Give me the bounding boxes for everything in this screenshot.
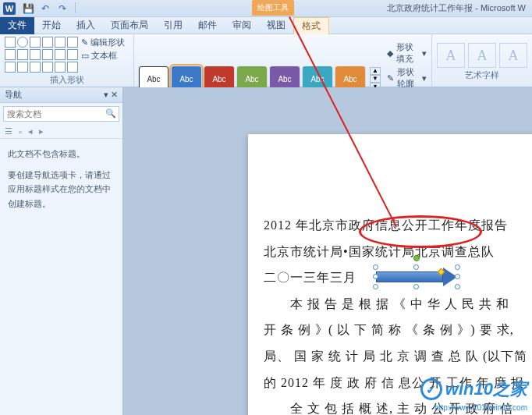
ribbon-group-shape-styles: Abc Abc Abc Abc Abc Abc Abc ▲ ▼ ▾ ◆形状填充▾…: [134, 34, 432, 87]
group-label-insert-shapes: 插入形状: [5, 73, 129, 86]
nav-pane-close-icon[interactable]: ▾ ✕: [104, 90, 118, 100]
wordart-swatch-3[interactable]: A: [499, 43, 527, 68]
wordart-gallery[interactable]: A A A: [437, 37, 527, 68]
search-input[interactable]: [3, 106, 119, 122]
nav-tab-headings-icon[interactable]: ☰: [5, 126, 12, 137]
tab-home[interactable]: 开始: [34, 17, 69, 34]
edit-shape-button[interactable]: ✎编辑形状: [81, 37, 125, 48]
doc-line: 局、 国 家 统 计 局 北 京 调 查 总 队 (以下简: [264, 343, 532, 370]
ribbon-group-wordart-styles: A A A 艺术字样: [432, 34, 532, 87]
tab-insert[interactable]: 插入: [69, 17, 103, 34]
document-area[interactable]: 2012 年北京市政府信息公开工作年度报告 北京市统计局•国家统计局北京调查总队…: [123, 87, 532, 415]
tab-page-layout[interactable]: 页面布局: [103, 17, 156, 34]
nav-tab-pages-icon[interactable]: ▫: [19, 127, 22, 137]
dropdown-icon: ▾: [422, 48, 427, 59]
tab-mailings[interactable]: 邮件: [190, 17, 225, 34]
wordart-swatch-2[interactable]: A: [468, 43, 496, 68]
shape-fill-button[interactable]: ◆形状填充▾: [387, 41, 427, 65]
nav-prev-icon[interactable]: ◂: [28, 126, 33, 137]
tab-file[interactable]: 文件: [0, 17, 34, 34]
undo-button[interactable]: ↶: [39, 2, 51, 15]
nav-pane-header: 导航 ▾ ✕: [0, 87, 122, 103]
doc-line: 开 条 例 》( 以 下 简 称 《 条 例 》) 要 求,: [264, 317, 532, 343]
nav-pane-title: 导航: [5, 89, 22, 101]
text-box-icon: ▭: [81, 51, 89, 61]
contextual-tab-drawing-tools: 绘图工具: [252, 0, 294, 16]
ribbon-tabs: 文件 开始 插入 页面布局 引用 邮件 审阅 视图 格式: [0, 17, 532, 34]
resize-handle-br[interactable]: [455, 284, 460, 289]
resize-handle-bl[interactable]: [373, 284, 378, 289]
resize-handle-mb[interactable]: [413, 284, 419, 289]
group-label-wordart: 艺术字样: [437, 68, 527, 81]
nav-empty-body: 要创建导航选项卡，请通过应用标题样式在您的文档中创建标题。: [8, 168, 115, 211]
gallery-scroll-down[interactable]: ▼: [370, 75, 381, 83]
nav-search: 🔍: [3, 106, 119, 122]
watermark-logo-icon: ✓: [420, 378, 442, 400]
document-page[interactable]: 2012 年北京市政府信息公开工作年度报告 北京市统计局•国家统计局北京调查总队…: [248, 134, 532, 415]
doc-line: 北京市统计局•国家统计局北京调查总队: [264, 239, 532, 265]
edit-shape-icon: ✎: [81, 37, 88, 48]
redo-button[interactable]: ↷: [56, 2, 69, 15]
nav-empty-message: 此文档不包含标题。 要创建导航选项卡，请通过应用标题样式在您的文档中创建标题。: [0, 139, 122, 219]
resize-handle-tl[interactable]: [373, 264, 378, 270]
arrow-body: [376, 271, 443, 282]
ribbon-group-insert-shapes: ✎编辑形状 ▭文本框 插入形状: [0, 34, 134, 87]
word-app-icon: W: [3, 2, 16, 15]
gallery-scroll-up[interactable]: ▲: [370, 67, 381, 75]
shapes-gallery[interactable]: [5, 37, 78, 73]
outline-icon: ✎: [387, 73, 394, 83]
save-button[interactable]: 💾: [22, 2, 34, 15]
resize-handle-mr[interactable]: [455, 274, 460, 279]
qat-separator: [75, 2, 76, 13]
doc-line: 本 报 告 是 根 据 《 中 华 人 民 共 和: [264, 291, 532, 317]
arrow-shape-selected[interactable]: [376, 268, 457, 286]
watermark-url: http://www.2016win10.com: [434, 403, 527, 412]
workspace: 导航 ▾ ✕ 🔍 ☰ ▫ ◂ ▸ 此文档不包含标题。 要创建导航选项卡，请通过应…: [0, 87, 532, 415]
nav-empty-heading: 此文档不包含标题。: [8, 147, 115, 161]
resize-handle-ml[interactable]: [373, 274, 378, 279]
tab-references[interactable]: 引用: [156, 17, 190, 34]
resize-handle-mt[interactable]: [413, 264, 419, 270]
fill-icon: ◆: [387, 48, 393, 59]
tab-review[interactable]: 审阅: [225, 17, 259, 34]
window-title: 北京政府统计工作年报 - Microsoft W: [387, 2, 526, 14]
shape-outline-button[interactable]: ✎形状轮廓▾: [387, 66, 427, 90]
wordart-swatch-1[interactable]: A: [437, 43, 465, 68]
nav-toolbar: ☰ ▫ ◂ ▸: [0, 125, 122, 139]
dropdown-icon: ▾: [422, 73, 427, 83]
tab-format[interactable]: 格式: [293, 17, 329, 34]
text-box-button[interactable]: ▭文本框: [81, 50, 125, 62]
watermark: ✓ win10之家 http://www.2016win10.com: [420, 378, 527, 401]
resize-handle-tr[interactable]: [455, 264, 460, 270]
nav-next-icon[interactable]: ▸: [39, 126, 44, 137]
doc-line: 2012 年北京市政府信息公开工作年度报告: [264, 212, 532, 239]
search-icon[interactable]: 🔍: [105, 108, 116, 119]
quick-access-toolbar: 💾 ↶ ↷: [22, 2, 77, 15]
rotation-handle[interactable]: [413, 255, 420, 261]
watermark-text: win10之家: [445, 378, 527, 401]
title-bar: W 💾 ↶ ↷ 绘图工具 北京政府统计工作年报 - Microsoft W: [0, 0, 532, 17]
tab-view[interactable]: 视图: [259, 17, 293, 34]
ribbon: ✎编辑形状 ▭文本框 插入形状 Abc Abc Abc Abc Abc Abc …: [0, 34, 532, 87]
navigation-pane: 导航 ▾ ✕ 🔍 ☰ ▫ ◂ ▸ 此文档不包含标题。 要创建导航选项卡，请通过应…: [0, 87, 123, 415]
